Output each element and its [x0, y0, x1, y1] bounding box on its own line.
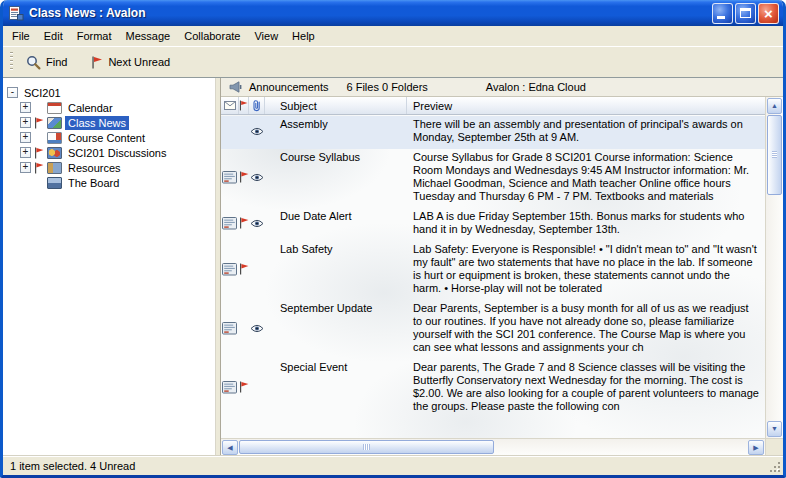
horizontal-scroll-row	[221, 438, 783, 455]
message-preview: Course Syllabus for Grade 8 SCI201 Cours…	[407, 151, 765, 203]
viewed-eye-icon	[250, 324, 264, 333]
menu-item-file[interactable]: File	[5, 27, 37, 45]
content-pane: Announcements 6 Files 0 Folders Avalon :…	[221, 78, 783, 455]
maximize-button[interactable]	[735, 3, 756, 24]
scroll-up-button[interactable]	[767, 98, 782, 114]
tree-children: + Calendar + Class News + Course Content…	[20, 100, 215, 190]
menu-item-format[interactable]: Format	[70, 27, 119, 45]
tree-item-label: SCI201 Discussions	[65, 146, 169, 160]
tree-item-sci201-discussions[interactable]: + SCI201 Discussions	[20, 145, 215, 160]
unread-flag-icon	[34, 147, 44, 159]
unread-flag-icon	[91, 56, 103, 69]
title-bar[interactable]: Class News : Avalon	[3, 0, 783, 26]
tree-root-sci201[interactable]: - SCI201	[7, 85, 215, 100]
menu-item-view[interactable]: View	[247, 27, 285, 45]
unread-flag-icon	[239, 171, 249, 183]
find-label: Find	[46, 56, 67, 68]
tree-expander-icon[interactable]: +	[20, 132, 31, 143]
main-area: - SCI201 + Calendar + Class News + Cours…	[3, 77, 783, 455]
list-column: Subject Preview	[221, 97, 765, 438]
viewed-eye-icon	[250, 173, 264, 182]
status-bar: 1 item selected. 4 Unread	[3, 455, 783, 475]
column-header-row: Subject Preview	[221, 97, 765, 115]
tree-expander-icon[interactable]: +	[20, 162, 31, 173]
folder-icon	[47, 132, 62, 144]
message-row[interactable]: Special Event Dear parents, The Grade 7 …	[221, 359, 765, 418]
next-unread-label: Next Unread	[108, 56, 170, 68]
message-icon	[222, 380, 238, 394]
tree-item-label: Course Content	[65, 131, 148, 145]
unread-flag-icon	[34, 117, 44, 129]
column-header-subject[interactable]: Subject	[265, 97, 407, 114]
message-row[interactable]: September Update Dear Parents, September…	[221, 300, 765, 359]
column-header-type[interactable]	[221, 97, 239, 114]
menu-item-edit[interactable]: Edit	[37, 27, 70, 45]
vertical-scrollbar[interactable]	[765, 97, 783, 438]
message-row[interactable]: Course Syllabus Course Syllabus for Grad…	[221, 149, 765, 208]
tree-item-resources[interactable]: + Resources	[20, 160, 215, 175]
folder-icon	[47, 147, 62, 159]
tree-item-course-content[interactable]: + Course Content	[20, 130, 215, 145]
message-subject: Special Event	[265, 361, 407, 413]
folder-icon	[47, 102, 62, 114]
vertical-scroll-thumb[interactable]	[767, 115, 782, 195]
menu-item-message[interactable]: Message	[119, 27, 178, 45]
message-row[interactable]: Lab Safety Lab Safety: Everyone is Respo…	[221, 241, 765, 300]
horizontal-scrollbar[interactable]	[221, 439, 765, 455]
close-button[interactable]	[758, 3, 779, 24]
column-header-attachment[interactable]	[249, 97, 265, 114]
resize-grip[interactable]	[768, 460, 781, 473]
tree-item-label: Class News	[65, 116, 129, 130]
message-list: Assembly There will be an assembly and p…	[221, 115, 765, 438]
viewed-eye-icon	[250, 219, 264, 228]
tree-root-label: SCI201	[21, 86, 64, 100]
tree-item-the-board[interactable]: The Board	[20, 175, 215, 190]
column-header-preview[interactable]: Preview	[407, 97, 765, 114]
app-icon	[8, 5, 24, 21]
menu-item-collaborate[interactable]: Collaborate	[177, 27, 247, 45]
tree-expander-icon[interactable]: +	[20, 102, 31, 113]
tree-expander-icon[interactable]: +	[20, 117, 31, 128]
message-subject: Lab Safety	[265, 243, 407, 295]
scroll-down-button[interactable]	[767, 421, 782, 437]
horizontal-scroll-track[interactable]	[494, 439, 747, 455]
column-header-flag[interactable]	[239, 97, 249, 114]
folder-icon	[47, 177, 62, 189]
tree-item-class-news[interactable]: + Class News	[20, 115, 215, 130]
window-title: Class News : Avalon	[29, 6, 707, 20]
horizontal-scroll-thumb[interactable]	[239, 440, 494, 454]
unread-flag-icon	[239, 263, 249, 275]
scroll-right-button[interactable]	[748, 440, 764, 455]
message-row[interactable]: Due Date Alert LAB A is due Friday Septe…	[221, 208, 765, 241]
tree-item-label: The Board	[65, 176, 122, 190]
find-button[interactable]: Find	[18, 51, 75, 74]
tree-item-label: Resources	[65, 161, 124, 175]
vertical-scroll-track[interactable]	[766, 195, 783, 420]
folder-icon	[47, 117, 62, 129]
list-wrap: Subject Preview	[221, 97, 783, 438]
file-folder-counts: 6 Files 0 Folders	[347, 81, 428, 93]
unread-flag-icon	[239, 100, 248, 111]
message-icon	[222, 262, 238, 276]
message-row[interactable]: Assembly There will be an assembly and p…	[221, 116, 765, 149]
message-subject: Assembly	[265, 118, 407, 144]
app-window: Class News : Avalon FileEditFormatMessag…	[0, 0, 786, 478]
account-name: Avalon : Edna Cloud	[486, 81, 586, 93]
tree-item-calendar[interactable]: + Calendar	[20, 100, 215, 115]
message-subject: Due Date Alert	[265, 210, 407, 236]
unread-flag-icon	[34, 162, 44, 174]
tree-expander-icon[interactable]: +	[20, 147, 31, 158]
minimize-button[interactable]	[712, 3, 733, 24]
toolbar-grip[interactable]	[10, 52, 13, 72]
paperclip-icon	[251, 99, 262, 112]
tree-root-expander-icon[interactable]: -	[7, 87, 18, 98]
next-unread-button[interactable]: Next Unread	[83, 52, 178, 73]
envelope-icon	[224, 101, 236, 110]
scroll-left-button[interactable]	[222, 440, 238, 455]
message-icon	[222, 170, 238, 184]
menu-item-help[interactable]: Help	[285, 27, 322, 45]
message-subject: September Update	[265, 302, 407, 354]
message-preview: Dear Parents, September is a busy month …	[407, 302, 765, 354]
folder-icon	[47, 162, 62, 174]
folder-tree: - SCI201 + Calendar + Class News + Cours…	[3, 78, 215, 455]
